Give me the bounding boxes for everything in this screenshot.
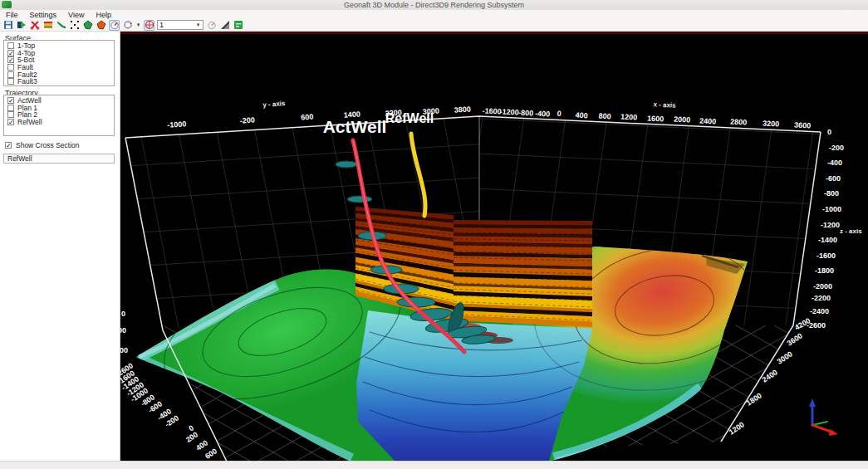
trajectory-list[interactable]: ✓ActWell Plan 1 Plan 2 ✓RefWell [3, 95, 115, 136]
scale-combo[interactable]: 1 ▾ [157, 20, 204, 30]
z-axis-label: z - axis [840, 227, 862, 235]
tool-bar: ▾ 1 ▾ [0, 19, 868, 32]
svg-text:2000: 2000 [674, 115, 691, 124]
surface-list[interactable]: 1-Top ✓4-Top ✓5-Bot Fault Fault2 Fault3 [3, 40, 115, 86]
svg-text:2800: 2800 [730, 117, 748, 126]
gradient-icon[interactable] [219, 20, 230, 31]
curve-icon[interactable] [56, 20, 66, 31]
svg-text:-2000: -2000 [813, 282, 832, 291]
checkbox[interactable]: ✓ [7, 56, 14, 63]
protractor-secondary-icon[interactable] [206, 20, 217, 31]
checkbox[interactable] [7, 64, 14, 71]
svg-text:-2200: -2200 [812, 294, 831, 302]
svg-text:-800: -800 [518, 109, 534, 118]
svg-text:-1200: -1200 [499, 107, 519, 116]
svg-text:1200: 1200 [620, 112, 638, 121]
export-icon[interactable] [16, 20, 27, 31]
menu-view[interactable]: View [62, 11, 90, 19]
svg-text:-1600: -1600 [817, 252, 836, 260]
svg-text:-400: -400 [535, 110, 551, 119]
checkbox[interactable] [7, 105, 14, 111]
rotate-icon[interactable] [122, 20, 133, 31]
svg-text:800: 800 [598, 112, 611, 121]
compass-icon[interactable] [144, 20, 154, 31]
svg-text:-1600: -1600 [482, 106, 502, 115]
list-item-label: RefWell [17, 118, 42, 126]
snapshot-icon[interactable] [233, 20, 243, 31]
menu-help[interactable]: Help [90, 11, 117, 19]
ref-well-label: RefWell [385, 111, 434, 125]
svg-text:400: 400 [120, 346, 128, 354]
cross-section-well-value: RefWell [7, 154, 32, 163]
combo-caret-icon[interactable]: ▾ [195, 22, 201, 28]
rotate-caret-icon[interactable]: ▾ [135, 22, 141, 28]
checkbox[interactable]: ✓ [7, 97, 14, 104]
y-axis-label: y - axis [262, 100, 286, 109]
surface-green-icon[interactable] [82, 20, 93, 31]
checkbox[interactable]: ✓ [5, 142, 12, 149]
svg-text:600: 600 [301, 112, 314, 121]
checkbox[interactable] [7, 78, 14, 85]
show-cross-section-label: Show Cross Section [16, 141, 80, 149]
save-icon[interactable] [2, 20, 13, 31]
svg-text:-400: -400 [827, 159, 842, 167]
menu-bar: File Settings View Help [0, 10, 868, 19]
svg-text:0: 0 [827, 128, 831, 136]
checkbox[interactable] [7, 42, 14, 49]
title-bar[interactable]: Geonaft 3D Module - Direct3D9 Rendering … [0, 0, 868, 10]
cut-icon[interactable] [29, 20, 40, 31]
svg-text:0: 0 [121, 310, 125, 318]
viewport-top-strip [120, 32, 868, 34]
svg-text:2400: 2400 [699, 116, 717, 125]
checkbox[interactable]: ✓ [7, 119, 14, 125]
list-item[interactable]: ✓RefWell [4, 119, 114, 126]
menu-file[interactable]: File [0, 11, 24, 19]
checkbox[interactable]: ✓ [7, 50, 14, 56]
window-title: Geonaft 3D Module - Direct3D9 Rendering … [0, 1, 868, 9]
svg-text:400: 400 [575, 111, 588, 120]
svg-text:-200: -200 [829, 144, 844, 152]
svg-text:-600: -600 [826, 174, 841, 183]
left-panel: Surface 1-Top ✓4-Top ✓5-Bot Fault Fault2… [0, 32, 120, 461]
protractor-icon[interactable] [109, 20, 120, 31]
render-viewport[interactable]: y - axis x - axis z - axis -1000-2006001… [120, 32, 868, 461]
points-icon[interactable] [69, 20, 80, 31]
scale-combo-value: 1 [159, 21, 164, 29]
act-well-label: ActWell [323, 117, 387, 136]
menu-settings[interactable]: Settings [24, 11, 63, 19]
svg-text:-1800: -1800 [815, 266, 834, 275]
svg-text:1600: 1600 [647, 114, 664, 123]
svg-text:3200: 3200 [763, 119, 780, 128]
checkbox[interactable] [7, 111, 14, 118]
svg-text:-1000: -1000 [822, 205, 841, 213]
svg-text:00: 00 [120, 326, 126, 335]
surface-orange-icon[interactable] [96, 20, 106, 31]
list-item-label: Fault3 [17, 77, 37, 85]
svg-text:-200: -200 [239, 115, 255, 125]
svg-text:-1400: -1400 [818, 236, 837, 244]
svg-text:-1000: -1000 [167, 120, 187, 129]
svg-text:3600: 3600 [794, 120, 812, 129]
svg-text:0: 0 [557, 110, 562, 118]
status-bar [0, 461, 868, 469]
checkbox[interactable] [7, 71, 14, 78]
scene-3d[interactable]: y - axis x - axis z - axis -1000-2006001… [120, 32, 868, 461]
svg-text:3800: 3800 [454, 105, 471, 114]
show-cross-section-row[interactable]: ✓ Show Cross Section [5, 141, 80, 149]
x-axis-label: x - axis [653, 100, 676, 109]
layers-icon[interactable] [42, 20, 53, 31]
app-window: Geonaft 3D Module - Direct3D9 Rendering … [0, 0, 868, 469]
cross-section-well-field[interactable]: RefWell [3, 154, 115, 164]
svg-text:-1200: -1200 [821, 221, 840, 229]
list-item[interactable]: Fault3 [4, 78, 114, 85]
svg-text:-2400: -2400 [810, 307, 829, 315]
svg-text:-800: -800 [824, 189, 839, 198]
